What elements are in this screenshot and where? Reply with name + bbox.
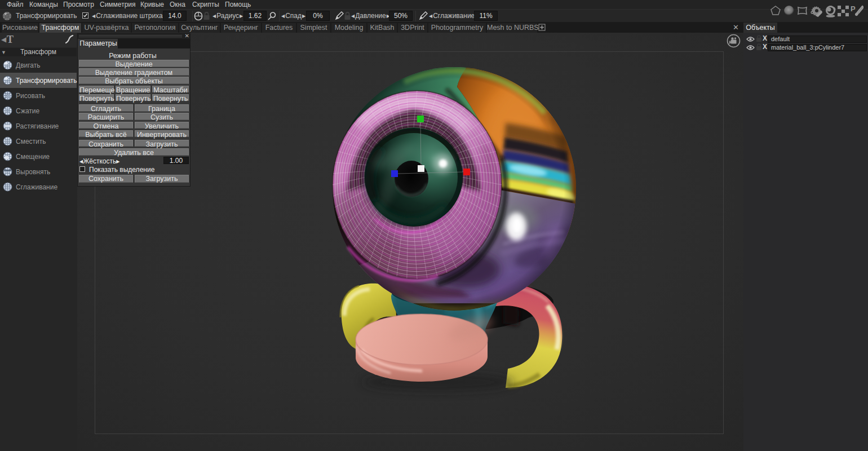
svg-text:P: P: [851, 5, 856, 13]
